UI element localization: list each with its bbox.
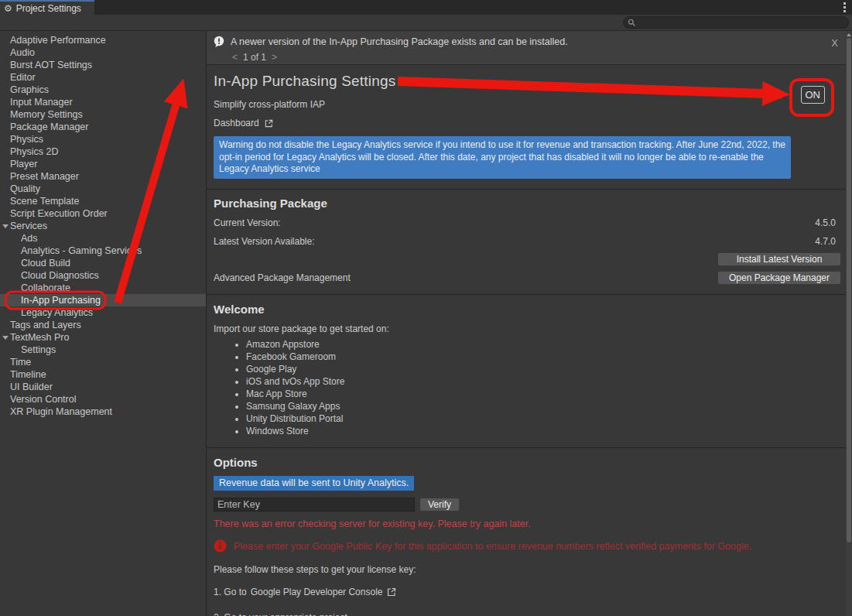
sidebar-item-textmesh-pro[interactable]: TextMesh Pro (0, 331, 206, 344)
gear-icon: ⚙ (4, 4, 12, 13)
sidebar-item-label: Timeline (10, 369, 46, 380)
sidebar-item-script-execution-order[interactable]: Script Execution Order (0, 207, 206, 220)
content-panel: A newer version of the In-App Purchasing… (207, 31, 852, 616)
sidebar-item-label: Services (10, 221, 47, 231)
google-key-warning-text: Please enter your Google Public Key for … (234, 539, 751, 552)
pager-prev-button[interactable]: < (232, 52, 238, 63)
store-list: Amazon AppstoreFacebook GameroomGoogle P… (214, 338, 845, 437)
sidebar-item-adaptive-performance[interactable]: Adaptive Performance (0, 34, 206, 46)
dashboard-link-label: Dashboard (214, 118, 259, 128)
current-version-value: 4.5.0 (815, 217, 845, 228)
sidebar-item-graphics[interactable]: Graphics (0, 84, 206, 96)
search-box[interactable] (623, 16, 849, 29)
sidebar-item-label: Adaptive Performance (10, 35, 106, 46)
kebab-menu-icon[interactable] (843, 0, 846, 15)
sidebar-item-player[interactable]: Player (0, 158, 206, 170)
sidebar-item-in-app-purchasing[interactable]: In-App Purchasing (0, 294, 206, 306)
sidebar-item-services[interactable]: Services (0, 220, 206, 232)
sidebar-item-burst-aot-settings[interactable]: Burst AOT Settings (0, 59, 206, 71)
step1-prefix: 1. Go to (214, 587, 247, 597)
sidebar-item-quality[interactable]: Quality (0, 183, 206, 195)
sidebar-item-label: Editor (10, 72, 36, 83)
settings-sidebar: Adaptive PerformanceAudioBurst AOT Setti… (0, 31, 207, 616)
sidebar-item-input-manager[interactable]: Input Manager (0, 96, 206, 108)
analytics-note-chip: Revenue data will be sent to Unity Analy… (214, 476, 414, 491)
sidebar-item-label: Scene Template (10, 196, 79, 207)
sidebar-item-settings[interactable]: Settings (0, 344, 206, 356)
google-key-input[interactable] (214, 498, 415, 512)
sidebar-item-ui-builder[interactable]: UI Builder (0, 381, 206, 393)
sidebar-item-package-manager[interactable]: Package Manager (0, 121, 206, 133)
scroll-up-arrow-icon[interactable] (847, 33, 851, 36)
store-list-item: Samsung Galaxy Apps (246, 400, 845, 412)
sidebar-item-label: Time (10, 357, 31, 368)
sidebar-item-audio[interactable]: Audio (0, 46, 206, 59)
pager-label: 1 of 1 (243, 52, 266, 63)
store-list-item: iOS and tvOs App Store (246, 375, 845, 388)
iap-enabled-toggle[interactable]: ON (801, 86, 826, 104)
search-icon (628, 19, 636, 27)
key-check-error-text: There was an error checking server for e… (214, 518, 845, 529)
sidebar-item-ads[interactable]: Ads (0, 232, 206, 245)
sidebar-item-time[interactable]: Time (0, 356, 206, 368)
sidebar-item-physics-2d[interactable]: Physics 2D (0, 145, 206, 158)
sidebar-item-label: Player (10, 159, 37, 169)
store-list-item: Mac App Store (246, 388, 845, 400)
console-message-icon (213, 36, 225, 48)
pager-next-button[interactable]: > (272, 52, 277, 63)
install-latest-version-button[interactable]: Install Latest Version (717, 252, 841, 266)
tab-title: Project Settings (16, 3, 81, 14)
sidebar-item-label: Tags and Layers (10, 320, 81, 330)
sidebar-item-label: Cloud Build (21, 258, 70, 269)
store-list-item: Facebook Gameroom (246, 351, 845, 363)
banner-close-button[interactable]: X (831, 37, 838, 49)
sidebar-item-label: Memory Settings (10, 109, 83, 120)
purchasing-package-heading: Purchasing Package (214, 197, 845, 210)
sidebar-item-label: Graphics (10, 84, 49, 95)
store-list-item: Windows Store (246, 425, 845, 437)
sidebar-item-cloud-build[interactable]: Cloud Build (0, 257, 206, 269)
vertical-scrollbar[interactable] (846, 32, 852, 616)
scrollbar-thumb[interactable] (847, 38, 851, 542)
sidebar-item-preset-manager[interactable]: Preset Manager (0, 170, 206, 183)
current-version-label: Current Version: (214, 217, 281, 228)
dashboard-link[interactable]: Dashboard (214, 118, 274, 128)
sidebar-item-label: Collaborate (21, 282, 70, 293)
sidebar-item-label: Version Control (10, 394, 76, 405)
sidebar-item-memory-settings[interactable]: Memory Settings (0, 108, 206, 121)
sidebar-item-label: UI Builder (10, 382, 53, 392)
sidebar-item-physics[interactable]: Physics (0, 133, 206, 145)
store-list-item: Google Play (246, 363, 845, 375)
foldout-arrow-icon[interactable] (2, 224, 9, 228)
sidebar-item-label: Preset Manager (10, 171, 79, 182)
latest-version-value: 4.7.0 (815, 236, 845, 247)
banner-pager: < 1 of 1 > (232, 52, 846, 63)
sidebar-item-editor[interactable]: Editor (0, 71, 206, 84)
sidebar-item-legacy-analytics[interactable]: Legacy Analytics (0, 306, 206, 319)
google-play-console-link[interactable]: Google Play Developer Console (251, 587, 383, 597)
sidebar-item-collaborate[interactable]: Collaborate (0, 282, 206, 294)
sidebar-item-label: Cloud Diagnostics (21, 270, 99, 281)
sidebar-item-label: Physics (10, 134, 43, 145)
verify-key-button[interactable]: Verify (419, 498, 460, 512)
open-package-manager-button[interactable]: Open Package Manager (717, 271, 841, 285)
tab-project-settings[interactable]: ⚙ Project Settings (0, 0, 94, 15)
sidebar-item-scene-template[interactable]: Scene Template (0, 195, 206, 207)
page-title: In-App Purchasing Settings (214, 73, 845, 90)
notification-banner: A newer version of the In-App Purchasing… (207, 31, 852, 65)
search-input[interactable] (636, 18, 848, 27)
store-list-item: Amazon Appstore (246, 338, 845, 351)
sidebar-item-cloud-diagnostics[interactable]: Cloud Diagnostics (0, 269, 206, 282)
sidebar-item-label: XR Plugin Management (10, 406, 112, 417)
sidebar-item-version-control[interactable]: Version Control (0, 393, 206, 406)
sidebar-item-tags-and-layers[interactable]: Tags and Layers (0, 319, 206, 331)
welcome-section: Welcome Import our store package to get … (207, 295, 852, 447)
sidebar-item-analytics-gaming-services[interactable]: Analytics - Gaming Services (0, 245, 206, 257)
foldout-arrow-icon[interactable] (2, 336, 9, 340)
latest-version-label: Latest Version Available: (214, 236, 315, 247)
sidebar-item-label: Settings (21, 344, 56, 355)
sidebar-item-label: Input Manager (10, 97, 73, 108)
sidebar-item-xr-plugin-management[interactable]: XR Plugin Management (0, 406, 206, 418)
sidebar-item-label: TextMesh Pro (10, 332, 69, 343)
sidebar-item-timeline[interactable]: Timeline (0, 368, 206, 381)
